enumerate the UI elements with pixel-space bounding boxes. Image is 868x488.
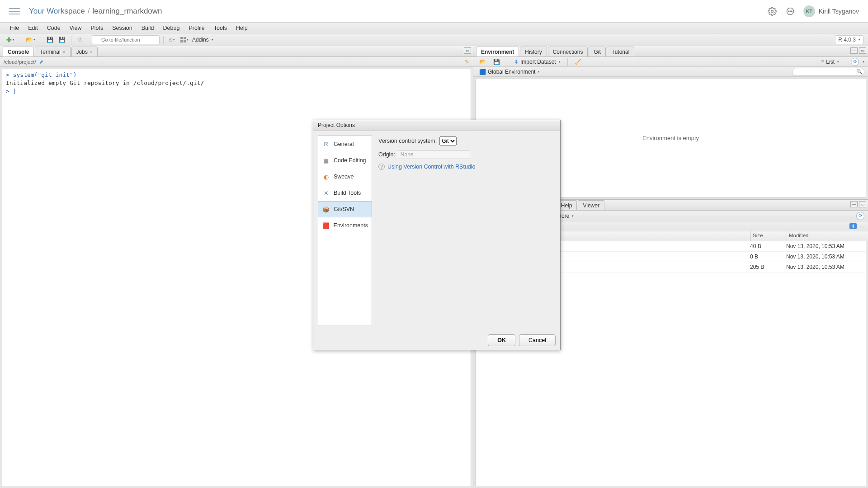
user-menu[interactable]: KT Kirill Tsyganov <box>803 5 859 17</box>
ok-button[interactable]: OK <box>488 334 515 346</box>
pane-maximize-icon[interactable]: ▭ <box>859 47 866 54</box>
svg-point-0 <box>771 10 773 12</box>
print-button[interactable]: 🖨 <box>75 35 84 44</box>
toolbar-separator <box>20 36 20 44</box>
console-cursor: | <box>13 88 17 94</box>
close-icon[interactable]: × <box>63 50 66 55</box>
broom-icon: 🧹 <box>575 59 581 65</box>
dialog-nav-code-editing[interactable]: ▦Code Editing <box>318 152 372 169</box>
dialog-nav-git-svn[interactable]: 📦Git/SVN <box>318 201 372 217</box>
save-workspace-button[interactable]: 💾 <box>491 58 502 66</box>
tab-label: Viewer <box>583 202 599 209</box>
hamburger-menu-icon[interactable] <box>9 6 20 17</box>
grid-button[interactable]: ▾ <box>179 35 190 44</box>
env-empty-text: Environment is empty <box>642 135 699 141</box>
git-icon: 📦 <box>322 205 330 213</box>
r-version-selector[interactable]: R 4.0.3▾ <box>835 35 863 44</box>
menu-debug[interactable]: Debug <box>159 23 184 33</box>
goto-file-function[interactable]: ↪ <box>92 35 160 44</box>
help-icon: ? <box>378 164 385 170</box>
cancel-button[interactable]: Cancel <box>519 334 556 346</box>
new-file-button[interactable]: ✚▾ <box>5 35 16 44</box>
list-view-button[interactable]: ≡List▾ <box>819 58 841 66</box>
svg-point-3 <box>790 11 791 12</box>
load-workspace-button[interactable]: 📂 <box>477 58 488 66</box>
tab-git[interactable]: Git <box>589 47 605 56</box>
close-icon[interactable]: × <box>90 50 93 55</box>
menu-edit[interactable]: Edit <box>24 23 42 33</box>
addins-menu[interactable]: Addins▾ <box>192 37 213 43</box>
col-size[interactable]: Size <box>750 231 787 241</box>
pane-minimize-icon[interactable]: — <box>850 201 858 207</box>
save-all-button[interactable]: 💾 <box>57 35 67 44</box>
goto-input[interactable] <box>92 35 160 44</box>
col-modified[interactable]: Modified <box>787 231 868 241</box>
cloud-home-icon[interactable]: ⬇ <box>849 223 857 229</box>
refresh-icon[interactable]: ⟳ <box>851 58 859 66</box>
menu-build[interactable]: Build <box>137 23 159 33</box>
tools-button[interactable]: ⎋▾ <box>167 35 177 44</box>
help-link-text: Using Version Control with RStudio <box>387 164 476 170</box>
nav-label: General <box>334 141 354 147</box>
env-search-input[interactable] <box>792 68 864 76</box>
tab-tutorial[interactable]: Tutorial <box>607 47 635 56</box>
env-scope-selector[interactable]: 🟦Global Environment▾ <box>477 68 542 76</box>
tab-console[interactable]: Console <box>3 47 34 56</box>
toolbar-separator <box>846 58 846 66</box>
tab-jobs[interactable]: Jobs× <box>71 47 98 56</box>
vcs-select[interactable]: Git <box>439 136 457 145</box>
clear-env-button[interactable]: 🧹 <box>572 58 584 66</box>
dialog-nav-sweave[interactable]: ◐Sweave <box>318 169 372 185</box>
open-project-button[interactable]: 📂▾ <box>24 35 37 44</box>
menu-session[interactable]: Session <box>108 23 137 33</box>
tab-history[interactable]: History <box>520 47 547 56</box>
file-modified: Nov 13, 2020, 10:53 AM <box>784 264 866 270</box>
tab-environment[interactable]: Environment <box>476 47 519 56</box>
dialog-button-bar: OK Cancel <box>313 330 560 350</box>
tab-label: Help <box>561 202 572 209</box>
menu-help[interactable]: Help <box>231 23 252 33</box>
tab-terminal[interactable]: Terminal× <box>35 47 70 56</box>
vcs-help-link[interactable]: ? Using Version Control with RStudio <box>378 164 554 170</box>
dialog-title: Project Options <box>313 120 560 131</box>
dialog-nav-environments[interactable]: 🟥Environments <box>318 217 372 234</box>
menu-plots[interactable]: Plots <box>86 23 108 33</box>
file-size: 40 B <box>748 243 784 249</box>
tab-viewer[interactable]: Viewer <box>578 200 604 210</box>
save-button[interactable]: 💾 <box>45 35 55 44</box>
main-toolbar: ✚▾ 📂▾ 💾 💾 🖨 ↪ ⎋▾ ▾ Addins▾ R 4.0.3▾ <box>0 33 868 46</box>
menu-tools[interactable]: Tools <box>209 23 231 33</box>
files-more-icon[interactable]: … <box>859 224 864 229</box>
menu-file[interactable]: File <box>5 23 24 33</box>
pane-maximize-icon[interactable]: ▭ <box>859 201 866 207</box>
sweave-icon: ◐ <box>322 173 330 181</box>
menu-code[interactable]: Code <box>42 23 65 33</box>
file-modified: Nov 13, 2020, 10:53 AM <box>784 243 866 249</box>
dialog-nav-general[interactable]: RGeneral <box>318 136 372 152</box>
file-size: 0 B <box>748 253 784 260</box>
console-prompt: > <box>6 88 13 94</box>
path-arrow-icon[interactable]: ⬈ <box>39 59 43 65</box>
origin-input[interactable] <box>398 150 470 159</box>
tab-connections[interactable]: Connections <box>548 47 588 56</box>
breadcrumb-workspace[interactable]: Your Workspace <box>29 7 85 16</box>
vcs-label: Version control system: <box>378 138 437 144</box>
pane-maximize-icon[interactable]: ▭ <box>464 47 471 54</box>
pane-minimize-icon[interactable]: — <box>850 47 858 54</box>
menu-view[interactable]: View <box>65 23 86 33</box>
tab-label: Terminal <box>40 49 60 55</box>
user-name: Kirill Tsyganov <box>819 8 859 15</box>
cloud-header: Your Workspace / learning_rmarkdown KT K… <box>0 0 868 23</box>
menu-profile[interactable]: Profile <box>184 23 209 33</box>
gear-icon[interactable] <box>767 6 777 16</box>
clear-console-icon[interactable]: ✎ <box>465 59 469 65</box>
import-dataset-button[interactable]: ⬇Import Dataset▾ <box>512 58 563 66</box>
console-tab-bar: Console Terminal× Jobs× ▭ <box>0 46 473 57</box>
search-icon: 🔍 <box>856 69 863 75</box>
toolbar-separator <box>163 36 164 44</box>
refresh-files-icon[interactable]: ⟳ <box>856 212 864 220</box>
console-prompt: > <box>6 71 13 78</box>
more-icon[interactable] <box>785 6 795 16</box>
tab-label: Git <box>594 49 600 55</box>
dialog-nav-build-tools[interactable]: ✕Build Tools <box>318 185 372 201</box>
